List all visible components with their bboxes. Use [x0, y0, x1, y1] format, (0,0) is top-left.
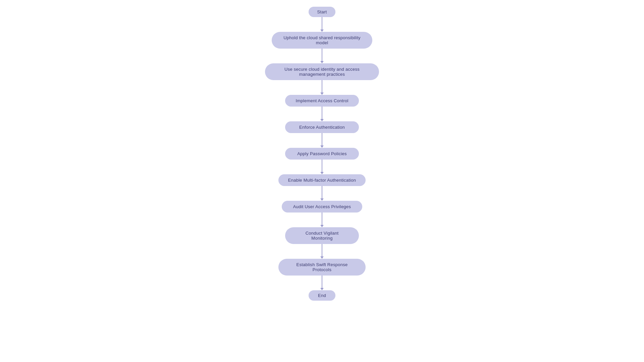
node-end: End	[309, 290, 335, 301]
node-audit-privileges: Audit User Access Privileges	[282, 201, 362, 213]
connector-line-4	[322, 107, 322, 119]
connector-8	[320, 213, 324, 227]
node-access-control: Implement Access Control	[285, 95, 359, 107]
node-audit-privileges-label: Audit User Access Privileges	[293, 204, 351, 209]
connector-arrow-8	[320, 225, 324, 227]
connector-arrow-3	[320, 93, 324, 95]
node-password-policies: Apply Password Policies	[285, 148, 359, 160]
connector-arrow-4	[320, 119, 324, 121]
node-mfa: Enable Multi-factor Authentication	[278, 174, 366, 186]
connector-3	[320, 80, 324, 95]
node-swift-response: Establish Swift Response Protocols	[278, 259, 366, 276]
connector-5	[320, 133, 324, 148]
node-access-control-label: Implement Access Control	[296, 98, 348, 103]
connector-arrow-5	[320, 145, 324, 148]
connector-line-8	[322, 213, 322, 225]
node-mfa-label: Enable Multi-factor Authentication	[288, 178, 356, 183]
node-password-policies-label: Apply Password Policies	[297, 151, 347, 156]
connector-line-3	[322, 80, 322, 93]
connector-1	[320, 17, 324, 32]
connector-line-5	[322, 133, 322, 146]
connector-9	[320, 244, 324, 259]
connector-line-2	[322, 49, 322, 61]
connector-arrow-9	[320, 256, 324, 259]
node-shared-responsibility-label: Uphold the cloud shared responsibility m…	[281, 35, 363, 45]
connector-4	[320, 107, 324, 121]
connector-line-1	[322, 17, 322, 30]
node-identity-access: Use secure cloud identity and access man…	[265, 63, 379, 80]
node-monitoring: Conduct Vigilant Monitoring	[285, 227, 359, 244]
connector-arrow-7	[320, 198, 324, 201]
connector-line-7	[322, 186, 322, 199]
node-shared-responsibility: Uphold the cloud shared responsibility m…	[272, 32, 372, 49]
connector-line-9	[322, 244, 322, 257]
connector-line-6	[322, 160, 322, 172]
connector-arrow-2	[320, 61, 324, 63]
connector-7	[320, 186, 324, 201]
connector-6	[320, 160, 324, 174]
node-swift-response-label: Establish Swift Response Protocols	[288, 262, 356, 272]
connector-arrow-6	[320, 172, 324, 174]
node-monitoring-label: Conduct Vigilant Monitoring	[294, 231, 350, 241]
connector-line-10	[322, 276, 322, 288]
connector-arrow-10	[320, 288, 324, 290]
flowchart: Start Uphold the cloud shared responsibi…	[0, 0, 644, 307]
node-end-label: End	[318, 293, 326, 298]
connector-2	[320, 49, 324, 63]
node-authentication: Enforce Authentication	[285, 121, 359, 133]
node-authentication-label: Enforce Authentication	[299, 125, 345, 130]
node-identity-access-label: Use secure cloud identity and access man…	[274, 67, 370, 77]
node-start: Start	[309, 7, 335, 17]
connector-arrow-1	[320, 29, 324, 32]
connector-10	[320, 276, 324, 290]
node-start-label: Start	[317, 9, 327, 14]
